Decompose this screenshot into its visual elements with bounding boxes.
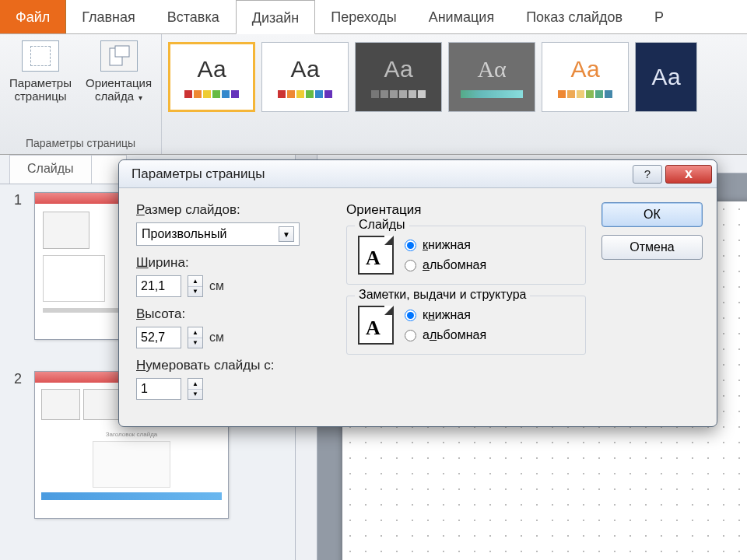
width-spinner[interactable]: ▲▼ xyxy=(188,275,203,297)
theme-sample-text: Аа xyxy=(384,56,413,82)
slide-size-label: Размер слайдов: xyxy=(136,202,331,218)
portrait-page-icon: A xyxy=(358,306,394,345)
slides-orientation-group: Слайды A книжная альбомная xyxy=(346,226,586,285)
height-label: Высота: xyxy=(136,306,331,322)
width-label: Ширина: xyxy=(136,255,331,271)
dialog-title-text: Параметры страницы xyxy=(132,166,265,182)
slide-size-select[interactable]: Произвольный ▼ xyxy=(136,222,300,246)
theme-sample-text: Аа xyxy=(291,56,320,82)
dialog-body: Размер слайдов: Произвольный ▼ Ширина: ▲… xyxy=(119,188,717,426)
orientation-label: Ориентация слайда ▾ xyxy=(86,76,152,103)
notes-legend: Заметки, выдачи и структура xyxy=(355,288,530,302)
theme-thumb-1[interactable]: Аа xyxy=(168,42,255,112)
tab-insert[interactable]: Вставка xyxy=(152,0,236,33)
tab-design[interactable]: Дизайн xyxy=(236,0,316,34)
number-from-label: Нумеровать слайды с: xyxy=(136,358,331,373)
theme-sample-text: Аа xyxy=(652,64,681,90)
chevron-down-icon: ▼ xyxy=(279,226,294,242)
theme-colors xyxy=(371,90,426,98)
theme-colors xyxy=(184,90,239,98)
page-setup-dialog: Параметры страницы ? x Размер слайдов: П… xyxy=(118,159,717,427)
theme-thumb-5[interactable]: Аа xyxy=(542,42,629,112)
ribbon: Параметры страницы Ориентация слайда ▾ П… xyxy=(0,34,747,155)
notes-landscape-radio[interactable]: альбомная xyxy=(405,328,486,342)
thumb-caption: Заголовок слайда xyxy=(41,431,222,438)
page-setup-icon xyxy=(22,40,59,72)
theme-colors xyxy=(278,90,332,98)
theme-sample-text: Аα xyxy=(477,56,506,82)
tab-file[interactable]: Файл xyxy=(0,0,66,33)
slides-legend: Слайды xyxy=(355,218,409,232)
orientation-button[interactable]: Ориентация слайда ▾ xyxy=(86,40,152,103)
slide-number: 1 xyxy=(14,192,25,340)
theme-colors xyxy=(461,90,523,98)
ribbon-group-page-setup: Параметры страницы Ориентация слайда ▾ П… xyxy=(0,34,162,154)
tab-home[interactable]: Главная xyxy=(66,0,152,33)
slide-size-value: Произвольный xyxy=(142,227,226,241)
number-from-spinner[interactable]: ▲▼ xyxy=(188,378,203,400)
theme-thumb-2[interactable]: Аа xyxy=(261,42,349,112)
themes-gallery: Аа Аа Аа Аα Аа Аа xyxy=(162,34,703,154)
theme-sample-text: Аа xyxy=(571,56,600,82)
theme-thumb-3[interactable]: Аа xyxy=(355,42,442,112)
help-button[interactable]: ? xyxy=(633,165,662,184)
tab-slideshow[interactable]: Показ слайдов xyxy=(510,0,639,33)
orientation-icon xyxy=(100,40,138,72)
ribbon-tabs: Файл Главная Вставка Дизайн Переходы Ани… xyxy=(0,0,747,34)
close-button[interactable]: x xyxy=(665,165,712,184)
chevron-down-icon: ▾ xyxy=(139,93,142,102)
cancel-button[interactable]: Отмена xyxy=(601,235,703,260)
notes-portrait-radio[interactable]: книжная xyxy=(405,308,486,322)
slides-portrait-radio[interactable]: книжная xyxy=(405,238,486,252)
height-input[interactable] xyxy=(136,327,181,348)
ribbon-group-label: Параметры страницы xyxy=(26,137,135,152)
dialog-titlebar[interactable]: Параметры страницы ? x xyxy=(119,160,717,188)
theme-colors xyxy=(558,90,612,98)
slides-landscape-radio[interactable]: альбомная xyxy=(405,258,486,272)
width-input[interactable] xyxy=(136,275,181,297)
notes-orientation-group: Заметки, выдачи и структура A книжная ал… xyxy=(346,296,586,355)
tab-animations[interactable]: Анимация xyxy=(413,0,511,33)
theme-thumb-4[interactable]: Аα xyxy=(448,42,535,112)
page-setup-label: Параметры страницы xyxy=(9,76,72,103)
slide-number: 2 xyxy=(14,371,25,519)
width-unit: см xyxy=(209,279,224,293)
orientation-title: Ориентация xyxy=(346,202,586,218)
tab-truncated[interactable]: Р xyxy=(639,0,669,33)
page-setup-button[interactable]: Параметры страницы xyxy=(9,40,72,103)
theme-thumb-6[interactable]: Аа xyxy=(635,42,697,112)
number-from-input[interactable] xyxy=(136,378,181,400)
theme-sample-text: Аа xyxy=(198,56,226,82)
slides-tab[interactable]: Слайды xyxy=(9,155,92,184)
height-spinner[interactable]: ▲▼ xyxy=(188,327,203,348)
height-unit: см xyxy=(209,331,224,345)
ok-button[interactable]: ОК xyxy=(601,202,703,227)
tab-transitions[interactable]: Переходы xyxy=(315,0,412,33)
portrait-page-icon: A xyxy=(358,236,394,275)
svg-rect-1 xyxy=(115,46,129,57)
